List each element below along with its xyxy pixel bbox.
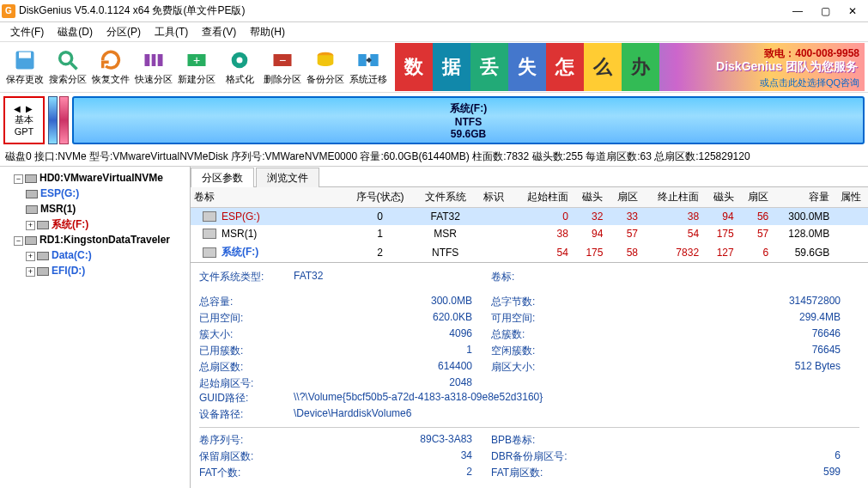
minimize-button[interactable]: — — [784, 3, 811, 20]
tree-rd1[interactable]: −RD1:KingstonDataTraveler +Data(C:) +EFI… — [14, 232, 188, 278]
disk-info-line: 磁盘0 接口:NVMe 型号:VMwareVirtualNVMeDisk 序列号… — [0, 148, 868, 167]
partition-bar-system[interactable]: 系统(F:) NTFS 59.6GB — [72, 96, 865, 144]
tb-format[interactable]: 格式化 — [218, 43, 261, 91]
expand-icon[interactable]: + — [26, 252, 35, 261]
banner[interactable]: 数 据 丢 失 怎 么 办 DiskGenius 团队为您服务 致电：400-0… — [395, 43, 865, 91]
svg-text:−: − — [279, 53, 286, 67]
tb-backup[interactable]: 备份分区 — [304, 43, 347, 91]
partition-table: 卷标 序号(状态) 文件系统 标识 起始柱面 磁头 扇区 终止柱面 磁头 扇区 … — [191, 187, 868, 262]
banner-tiles: 数 据 丢 失 怎 么 办 — [395, 43, 659, 91]
table-row[interactable]: 系统(F:)2NTFS54175587832127659.6GB — [191, 242, 868, 262]
svg-rect-4 — [145, 54, 163, 66]
expand-icon[interactable]: + — [26, 267, 35, 277]
tree-hd0[interactable]: −HD0:VMwareVirtualNVMe ESP(G:) MSR(1) +系… — [14, 170, 188, 232]
svg-rect-14 — [358, 54, 366, 66]
svg-text:+: + — [193, 53, 200, 67]
menu-file[interactable]: 文件(F) — [3, 23, 51, 41]
volume-icon — [203, 211, 216, 222]
tb-save[interactable]: 保存更改 — [3, 43, 46, 91]
toolbar: 保存更改 搜索分区 恢复文件 快速分区 +新建分区 格式化 −删除分区 备份分区… — [0, 41, 868, 93]
banner-qq[interactable]: 或点击此处选择QQ咨询 — [760, 76, 859, 89]
tree-system[interactable]: +系统(F:) — [26, 217, 188, 232]
nav-arrows-icon[interactable]: ◀ ▶ — [14, 104, 35, 113]
menu-view[interactable]: 查看(V) — [195, 23, 243, 41]
title-bar: G DiskGenius V5.4.0.1124 x64 免费版(单文件PE版)… — [0, 0, 868, 22]
svg-point-2 — [60, 52, 72, 64]
menu-part[interactable]: 分区(P) — [100, 23, 148, 41]
table-row[interactable]: MSR(1)1MSR3894575417557128.0MB — [191, 225, 868, 242]
svg-rect-1 — [19, 52, 31, 58]
tb-search[interactable]: 搜索分区 — [46, 43, 89, 91]
tb-migrate[interactable]: 系统迁移 — [347, 43, 390, 91]
tabs: 分区参数 浏览文件 — [191, 167, 868, 187]
small-partitions[interactable] — [48, 96, 69, 144]
disk-map-row: ◀ ▶ 基本 GPT 系统(F:) NTFS 59.6GB — [0, 93, 868, 148]
table-row[interactable]: ESP(G:)0FAT3203233389456300.0MB — [191, 208, 868, 226]
window-title: DiskGenius V5.4.0.1124 x64 免费版(单文件PE版) — [19, 3, 784, 18]
tb-delete[interactable]: −删除分区 — [261, 43, 304, 91]
volume-icon — [203, 247, 216, 258]
svg-point-10 — [237, 58, 243, 64]
menu-tools[interactable]: 工具(T) — [148, 23, 195, 41]
collapse-icon[interactable]: − — [14, 236, 23, 246]
tb-new[interactable]: +新建分区 — [175, 43, 218, 91]
banner-phone: 致电：400-008-9958 — [764, 46, 859, 61]
disk-tree: −HD0:VMwareVirtualNVMe ESP(G:) MSR(1) +系… — [0, 167, 191, 488]
tree-efi[interactable]: +EFI(D:) — [26, 263, 188, 278]
tree-data[interactable]: +Data(C:) — [26, 247, 188, 263]
svg-line-3 — [71, 64, 77, 70]
disk-icon — [25, 174, 37, 183]
menu-disk[interactable]: 磁盘(D) — [51, 23, 100, 41]
close-button[interactable]: ✕ — [839, 3, 866, 20]
partition-details: 文件系统类型:FAT32 卷标: 总容量:300.0MB总字节数:3145728… — [191, 262, 868, 487]
disk-type-box[interactable]: ◀ ▶ 基本 GPT — [3, 96, 45, 144]
app-icon: G — [2, 4, 15, 18]
maximize-button[interactable]: ▢ — [811, 3, 839, 20]
tree-msr[interactable]: MSR(1) — [26, 201, 188, 217]
disk-icon — [25, 236, 37, 245]
tb-quick[interactable]: 快速分区 — [132, 43, 175, 91]
tb-recover[interactable]: 恢复文件 — [89, 43, 132, 91]
menu-bar: 文件(F) 磁盘(D) 分区(P) 工具(T) 查看(V) 帮助(H) — [0, 22, 868, 41]
expand-icon[interactable]: + — [26, 221, 35, 230]
tab-partition-params[interactable]: 分区参数 — [191, 168, 254, 187]
menu-help[interactable]: 帮助(H) — [243, 23, 292, 41]
collapse-icon[interactable]: − — [14, 174, 23, 184]
volume-icon — [203, 229, 216, 239]
tree-esp[interactable]: ESP(G:) — [26, 186, 188, 201]
tab-browse-files[interactable]: 浏览文件 — [256, 168, 319, 187]
banner-slogan: DiskGenius 团队为您服务 — [716, 59, 858, 75]
